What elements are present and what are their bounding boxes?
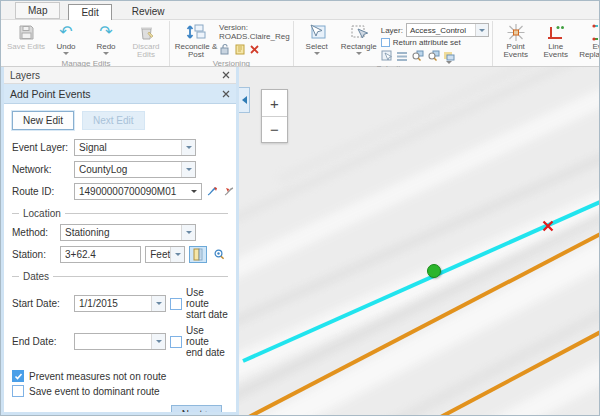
station-label: Station: [12, 249, 56, 260]
trash-icon [138, 22, 155, 42]
combo-arrow-icon[interactable] [181, 140, 195, 155]
delete-version-icon[interactable] [249, 44, 260, 57]
redo-button[interactable]: ↷ Redo [86, 21, 126, 55]
network-combobox[interactable]: CountyLog [74, 161, 196, 178]
group-versioning: Reconcile & Post Version: ROADS.Claire_R… [169, 21, 293, 66]
orange-road-line[interactable] [246, 232, 599, 415]
event-layer-combobox[interactable]: Signal [74, 139, 196, 156]
reconcile-post-button[interactable]: Reconcile & Post [173, 21, 219, 59]
reconcile-icon [186, 22, 206, 42]
method-label: Method: [12, 227, 56, 238]
check-icon [14, 372, 23, 381]
line-events-button[interactable]: Line Events [536, 21, 576, 59]
selection-options-icon[interactable] [443, 51, 455, 64]
start-date-label: Start Date: [12, 298, 70, 309]
combo-arrow-icon[interactable] [181, 225, 195, 240]
group-manage-edits: Save Edits ↶ Undo ↷ Redo Discard Edits [3, 21, 169, 66]
select-route-icon[interactable] [206, 183, 219, 200]
layers-pane-title: Layers [10, 70, 40, 81]
add-point-events-title: Add Point Events [10, 88, 91, 100]
end-date-label: End Date: [12, 336, 70, 347]
use-route-start-date-label: Use route start date [186, 287, 228, 320]
map-zoom-control: + − [261, 89, 288, 143]
event-layer-label: Event Layer: [12, 142, 70, 153]
group-selection: Select Rectangle Layer: Access_Control [293, 21, 492, 66]
prevent-measures-checkbox[interactable] [12, 370, 24, 382]
pick-location-tool-icon[interactable] [189, 246, 206, 263]
undo-button[interactable]: ↶ Undo [46, 21, 86, 55]
add-point-events-header[interactable]: Add Point Events [4, 84, 236, 104]
combo-arrow-icon[interactable] [170, 247, 184, 262]
tab-review[interactable]: Review [120, 4, 177, 19]
layer-combobox[interactable]: Access_Control [406, 23, 489, 37]
combo-arrow-icon[interactable] [475, 24, 488, 36]
ribbon: Save Edits ↶ Undo ↷ Redo Discard Edits [1, 19, 599, 67]
combo-arrow-icon[interactable] [187, 184, 201, 199]
station-input[interactable]: 3+62.4 [60, 246, 141, 263]
prevent-measures-label: Prevent measures not on route [29, 371, 166, 382]
method-combobox[interactable]: Stationing [60, 224, 196, 241]
redo-icon: ↷ [99, 22, 112, 42]
add-point-events-body: New Edit Next Edit Event Layer: Signal N… [4, 104, 236, 412]
start-date-picker[interactable]: 1/1/2015 [74, 295, 166, 312]
select-button[interactable]: Select [297, 21, 337, 55]
network-label: Network: [12, 164, 70, 175]
return-attribute-set-checkbox[interactable] [381, 38, 390, 47]
route-id-combobox[interactable]: 14900000700090M01 [74, 183, 202, 200]
layers-pane-header[interactable]: Layers [4, 67, 236, 84]
next-edit-button[interactable]: Next Edit [82, 111, 145, 130]
rectangle-select-icon [349, 22, 369, 42]
return-attribute-set-label: Return attribute set [393, 38, 461, 47]
combo-arrow-icon[interactable] [151, 334, 165, 349]
save-edits-button[interactable]: Save Edits [6, 21, 46, 51]
location-section-divider: Location [12, 208, 228, 219]
save-dominant-route-checkbox[interactable] [12, 385, 24, 397]
tab-edit[interactable]: Edit [68, 4, 111, 20]
select-route-alt-icon[interactable] [223, 183, 236, 200]
dates-section-divider: Dates [12, 271, 228, 282]
use-route-start-date-checkbox[interactable] [170, 298, 182, 310]
new-edit-button[interactable]: New Edit [12, 111, 74, 130]
rectangle-button[interactable]: Rectangle [337, 21, 381, 55]
combo-arrow-icon[interactable] [151, 296, 165, 311]
dropdown-caret [63, 52, 69, 55]
zoom-in-button[interactable]: + [262, 90, 287, 116]
unlock-version-icon[interactable] [219, 43, 231, 57]
close-icon[interactable] [222, 70, 230, 81]
dock-panel: Layers Add Point Events New Edit Next Ed… [1, 67, 239, 415]
selection-list-icon[interactable] [396, 50, 408, 64]
select-cursor-icon [307, 22, 327, 42]
discard-edits-button[interactable]: Discard Edits [126, 21, 166, 59]
event-replacement-button[interactable]: Event Replacement [576, 21, 600, 59]
next-button[interactable]: Next > [171, 405, 222, 412]
new-version-icon[interactable] [234, 43, 246, 57]
basemap-streak [239, 67, 599, 234]
station-unit-combobox[interactable]: Feet [145, 246, 185, 263]
point-events-button[interactable]: Point Events [496, 21, 536, 59]
version-value: ROADS.Claire_Reg [219, 32, 290, 41]
tab-map[interactable]: Map [15, 2, 60, 19]
route-end-marker-icon [541, 219, 555, 237]
dropdown-caret [314, 52, 320, 55]
use-route-end-date-label: Use route end date [186, 325, 228, 358]
save-dominant-route-label: Save event to dominant route [29, 386, 160, 397]
close-icon[interactable] [222, 88, 230, 100]
point-event-marker[interactable] [427, 264, 441, 278]
group-edit-events: Point Events Line Events Event Replaceme… [492, 21, 600, 66]
map-view[interactable]: + − [239, 67, 599, 415]
end-date-picker[interactable] [74, 333, 166, 350]
select-by-shape-icon[interactable] [381, 50, 393, 64]
version-label: Version: [219, 23, 290, 32]
zoom-to-selection-icon[interactable] [411, 50, 424, 64]
zoom-to-station-icon[interactable] [211, 246, 228, 263]
save-icon [18, 22, 35, 42]
collapse-panel-button[interactable] [239, 87, 250, 113]
dropdown-caret [356, 52, 362, 55]
undo-icon: ↶ [59, 22, 72, 42]
combo-arrow-icon[interactable] [181, 162, 195, 177]
collapse-arrow-icon [242, 96, 247, 104]
zoom-out-button[interactable]: − [262, 116, 287, 142]
pan-to-selection-icon[interactable] [427, 50, 440, 64]
use-route-end-date-checkbox[interactable] [170, 336, 182, 348]
point-events-icon [506, 22, 526, 42]
